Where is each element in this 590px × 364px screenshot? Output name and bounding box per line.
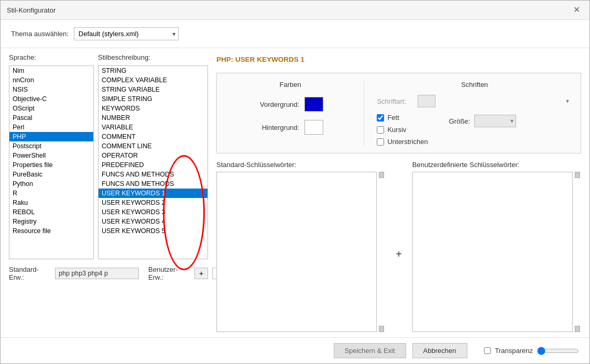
lang-list-item[interactable]: Postscript — [9, 141, 93, 151]
transparency-row: Transparenz — [484, 347, 580, 355]
fett-checkbox[interactable] — [377, 114, 384, 122]
theme-label: Thema auswählen: — [11, 30, 69, 38]
style-list-item[interactable]: OPERATOR — [99, 151, 207, 160]
size-row: Größe: — [449, 115, 516, 127]
unterstrichen-item: Unterstrichen — [377, 138, 428, 146]
user-keywords-textarea[interactable] — [412, 172, 573, 332]
std-keywords-textarea[interactable] — [216, 172, 377, 332]
style-list-item[interactable]: FUNCS AND METHODS — [99, 170, 207, 179]
lang-list-item[interactable]: OScript — [9, 104, 93, 113]
hintergrund-row: Hintergrund: — [225, 120, 355, 135]
lang-list-item[interactable]: PureBasic — [9, 170, 93, 179]
style-list-item[interactable]: USER KEYWORDS 4 — [99, 217, 207, 226]
style-list-item[interactable]: PREDEFINED — [99, 160, 207, 170]
right-panel: PHP: USER KEYWORDS 1 Farben Vordergrund:… — [216, 53, 581, 332]
lang-list-item[interactable]: PHP — [9, 132, 93, 141]
user-scroll-up[interactable] — [575, 172, 580, 178]
fett-label: Fett — [387, 114, 399, 122]
kursiv-item: Kursiv — [377, 126, 428, 134]
title-bar: Stil-Konfigurator ✕ — [1, 1, 589, 20]
user-ext-label: Benutzer-Erw.: — [148, 266, 190, 281]
user-keywords-label: Benutzerdefinierte Schlüsselwörter: — [412, 161, 581, 169]
lang-list-item[interactable]: NSIS — [9, 85, 93, 94]
transparency-label: Transparenz — [495, 347, 533, 355]
font-face-row: Schriftart: — [377, 95, 572, 107]
lang-list-item[interactable]: Raku — [9, 198, 93, 207]
style-list-item[interactable]: USER KEYWORDS 2 — [99, 198, 207, 207]
style-list[interactable]: STRINGCOMPLEX VARIABLESTRING VARIABLESIM… — [98, 65, 208, 259]
lang-list-item[interactable]: Python — [9, 179, 93, 189]
lang-header: Sprache: — [9, 53, 98, 63]
vordergrund-row: Vordergrund: — [225, 97, 355, 112]
unterstrichen-label: Unterstrichen — [387, 138, 428, 146]
schriftart-select-wrapper — [418, 95, 572, 107]
user-keywords-section: Benutzerdefinierte Schlüsselwörter: — [412, 161, 581, 332]
lang-list-item[interactable]: PowerShell — [9, 151, 93, 160]
style-list-item[interactable]: USER KEYWORDS 5 — [99, 226, 207, 236]
std-ext-input[interactable] — [55, 268, 139, 279]
lang-list-item[interactable]: R — [9, 189, 93, 198]
save-exit-button[interactable]: Speichern & Exit — [334, 343, 406, 358]
lang-list-item[interactable]: Pascal — [9, 113, 93, 123]
user-scroll-down[interactable] — [575, 326, 580, 332]
panel-headers: Sprache: Stilbeschreibung: — [9, 53, 208, 63]
style-list-item[interactable]: NUMBER — [99, 113, 207, 123]
std-keywords-label: Standard-Schlüsselwörter: — [216, 161, 385, 169]
lang-list-item[interactable]: Perl — [9, 123, 93, 132]
window-title: Stil-Konfigurator — [7, 6, 56, 14]
colors-section: Farben Vordergrund: Hintergrund: — [225, 81, 364, 146]
theme-row: Thema auswählen: Default (stylers.xml) — [1, 20, 589, 48]
kursiv-checkbox[interactable] — [377, 126, 384, 134]
add-ext-button[interactable]: + — [194, 268, 208, 279]
std-scroll-up[interactable] — [379, 172, 384, 178]
keywords-row: Standard-Schlüsselwörter: + Benutzerdefi… — [216, 161, 581, 332]
style-list-item[interactable]: STRING VARIABLE — [99, 85, 207, 94]
style-list-item[interactable]: COMMENT — [99, 132, 207, 141]
hintergrund-color[interactable] — [304, 120, 323, 135]
fonts-title: Schriften — [377, 81, 572, 89]
std-scroll-down[interactable] — [379, 326, 384, 332]
fonts-section: Schriften Schriftart: — [373, 81, 572, 146]
lang-list-item[interactable]: Registry — [9, 217, 93, 226]
main-window: Stil-Konfigurator ✕ Thema auswählen: Def… — [0, 0, 590, 364]
section-title: PHP: USER KEYWORDS 1 — [216, 53, 581, 68]
language-list[interactable]: NimnnCronNSISObjective-COScriptPascalPer… — [9, 65, 94, 259]
groesse-label: Größe: — [449, 117, 470, 125]
theme-select[interactable]: Default (stylers.xml) — [74, 27, 179, 40]
style-list-item[interactable]: COMMENT LINE — [99, 141, 207, 151]
transparency-slider[interactable] — [537, 347, 579, 355]
plus-icon: + — [396, 161, 402, 332]
hintergrund-label: Hintergrund: — [257, 124, 299, 131]
groesse-select-wrapper — [474, 115, 516, 127]
lang-list-item[interactable]: Nim — [9, 66, 93, 75]
colors-fonts-row: Farben Vordergrund: Hintergrund: Schrift… — [216, 73, 581, 153]
groesse-select[interactable] — [474, 115, 516, 127]
lang-list-item[interactable]: Resource file — [9, 226, 93, 236]
style-list-item[interactable]: USER KEYWORDS 3 — [99, 207, 207, 217]
bottom-bar: Speichern & Exit Abbrechen Transparenz — [1, 337, 589, 363]
vordergrund-label: Vordergrund: — [257, 101, 299, 108]
style-list-item[interactable]: VARIABLE — [99, 123, 207, 132]
lang-list-item[interactable]: nnCron — [9, 75, 93, 85]
style-list-item[interactable]: FUNCS AND METHODS — [99, 179, 207, 189]
lang-list-item[interactable]: REBOL — [9, 207, 93, 217]
lang-list-item[interactable]: Properties file — [9, 160, 93, 170]
ext-row: Standard-Erw.: Benutzer-Erw.: + — [9, 266, 208, 281]
cancel-button[interactable]: Abbrechen — [412, 343, 467, 358]
style-list-item[interactable]: USER KEYWORDS 1 — [99, 189, 207, 198]
style-header: Stilbeschreibung: — [98, 53, 208, 63]
checkbox-col: Fett Kursiv Unterstrichen — [377, 114, 428, 146]
style-list-item[interactable]: SIMPLE STRING — [99, 94, 207, 104]
transparency-checkbox[interactable] — [484, 347, 491, 354]
schriftart-select[interactable] — [418, 95, 435, 107]
lang-list-item[interactable]: Objective-C — [9, 94, 93, 104]
close-button[interactable]: ✕ — [570, 5, 583, 15]
main-content: Sprache: Stilbeschreibung: NimnnCronNSIS… — [1, 48, 589, 337]
checkboxes-row: Fett Kursiv Unterstrichen — [377, 114, 572, 146]
style-list-item[interactable]: STRING — [99, 66, 207, 75]
style-list-item[interactable]: COMPLEX VARIABLE — [99, 75, 207, 85]
std-keywords-section: Standard-Schlüsselwörter: — [216, 161, 385, 332]
vordergrund-color[interactable] — [304, 97, 323, 112]
style-list-item[interactable]: KEYWORDS — [99, 104, 207, 113]
unterstrichen-checkbox[interactable] — [377, 138, 384, 146]
